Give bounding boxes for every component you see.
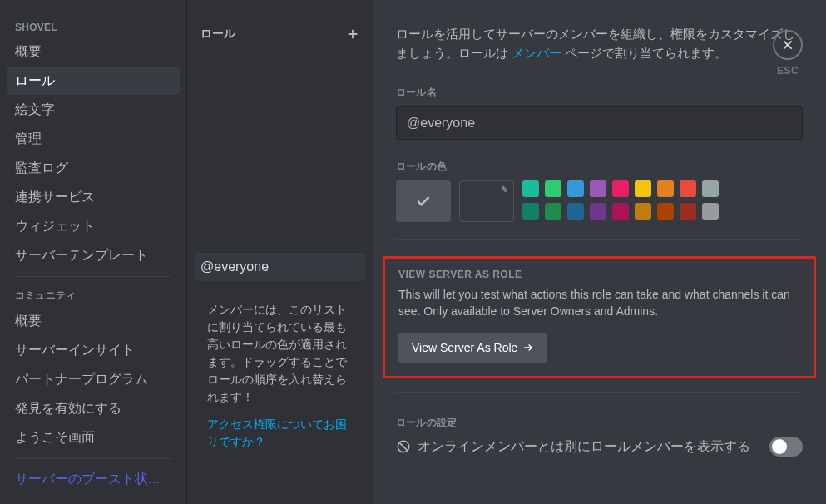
- roles-help-text: メンバーには、このリストに割り当てられている最も高いロールの色が適用されます。ド…: [194, 291, 366, 416]
- svg-line-2: [399, 442, 408, 451]
- sidebar-item-template[interactable]: サーバーテンプレート: [7, 242, 180, 269]
- sidebar-item-moderation[interactable]: 管理: [7, 126, 180, 153]
- sidebar-item-integrations[interactable]: 連携サービス: [7, 184, 180, 211]
- sidebar-divider: [15, 276, 171, 277]
- role-name-label: ロール名: [396, 86, 803, 100]
- settings-sidebar: SHOVEL 概要 ロール 絵文字 管理 監査ログ 連携サービス ウィジェット …: [0, 0, 186, 504]
- color-swatch[interactable]: [702, 180, 719, 197]
- sidebar-item-overview[interactable]: 概要: [7, 38, 180, 66]
- close-overlay: ESC: [773, 30, 803, 77]
- color-swatch[interactable]: [522, 180, 539, 197]
- server-name-label: SHOVEL: [7, 17, 180, 38]
- roles-list: @everyone メンバーには、このリストに割り当てられている最も高いロールの…: [187, 53, 373, 504]
- sidebar-item-community-overview[interactable]: 概要: [7, 308, 180, 335]
- color-swatch[interactable]: [635, 180, 651, 197]
- sidebar-item-roles[interactable]: ロール: [7, 67, 180, 95]
- view-server-as-role-button[interactable]: View Server As Role: [398, 333, 547, 363]
- sidebar-item-emoji[interactable]: 絵文字: [7, 96, 180, 124]
- custom-color-picker[interactable]: ✎: [459, 180, 514, 222]
- display-separately-row: オンラインメンバーとは別にロールメンバーを表示する: [396, 437, 803, 457]
- color-swatch[interactable]: [657, 180, 674, 197]
- sidebar-item-server-boost[interactable]: サーバーのブースト状...: [7, 466, 180, 493]
- view-as-role-header: VIEW SERVER AS ROLE: [398, 269, 800, 280]
- view-as-role-section: VIEW SERVER AS ROLE This will let you te…: [383, 256, 816, 378]
- role-color-label: ロールの色: [396, 160, 803, 174]
- sidebar-item-server-insight[interactable]: サーバーインサイト: [7, 337, 180, 364]
- members-page-link[interactable]: メンバー: [512, 46, 561, 60]
- arrow-right-icon: [522, 342, 534, 353]
- section-divider: [396, 392, 803, 393]
- prohibit-icon: [396, 439, 411, 454]
- role-settings-label: ロールの設定: [396, 416, 803, 430]
- close-button[interactable]: [773, 30, 803, 60]
- eyedropper-icon: ✎: [501, 185, 508, 195]
- sidebar-item-audit-log[interactable]: 監査ログ: [7, 155, 180, 182]
- roles-list-column: ロール @everyone メンバーには、このリストに割り当てられている最も高い…: [186, 0, 373, 504]
- role-settings-panel: ロールを活用してサーバーのメンバーを組織し、権限をカスタマイズしましょう。ロール…: [373, 0, 826, 504]
- display-separately-label: オンラインメンバーとは別にロールメンバーを表示する: [418, 437, 750, 457]
- role-item-everyone[interactable]: @everyone: [194, 253, 366, 281]
- sidebar-item-widget[interactable]: ウィジェット: [7, 213, 180, 240]
- role-name-input[interactable]: [396, 106, 803, 140]
- view-server-as-role-label: View Server As Role: [412, 341, 517, 354]
- color-swatch[interactable]: [567, 203, 584, 220]
- roles-list-title: ロール: [200, 27, 235, 42]
- view-as-role-description: This will let you test what actions this…: [398, 287, 800, 319]
- roles-intro-text: ロールを活用してサーバーのメンバーを組織し、権限をカスタマイズしましょう。ロール…: [396, 25, 803, 62]
- color-swatch[interactable]: [612, 180, 629, 197]
- color-swatch[interactable]: [545, 180, 561, 197]
- color-swatch[interactable]: [590, 203, 606, 220]
- community-label: コミュニティ: [7, 284, 180, 308]
- color-swatch[interactable]: [567, 180, 584, 197]
- sidebar-item-partner-program[interactable]: パートナープログラム: [7, 366, 180, 393]
- add-role-icon[interactable]: [346, 27, 359, 41]
- color-swatch[interactable]: [657, 203, 674, 220]
- sidebar-item-welcome-screen[interactable]: ようこそ画面: [7, 424, 180, 452]
- check-icon: [415, 193, 432, 210]
- color-swatch[interactable]: [612, 203, 629, 220]
- section-divider: [396, 239, 803, 240]
- display-separately-toggle[interactable]: [769, 437, 803, 457]
- color-swatch[interactable]: [522, 203, 539, 220]
- close-esc-label: ESC: [773, 65, 803, 77]
- roles-help-link[interactable]: アクセス権限についてお困りですか？: [194, 416, 366, 464]
- color-swatch[interactable]: [590, 180, 606, 197]
- color-swatch-grid: [522, 180, 719, 220]
- default-color-swatch[interactable]: [396, 180, 451, 222]
- color-swatch[interactable]: [635, 203, 651, 220]
- sidebar-divider: [15, 458, 171, 459]
- color-swatch[interactable]: [680, 180, 696, 197]
- color-swatch[interactable]: [702, 203, 719, 220]
- roles-list-header: ロール: [187, 0, 373, 53]
- color-swatch[interactable]: [545, 203, 561, 220]
- sidebar-item-enable-discovery[interactable]: 発見を有効にする: [7, 395, 180, 422]
- color-swatch[interactable]: [680, 203, 696, 220]
